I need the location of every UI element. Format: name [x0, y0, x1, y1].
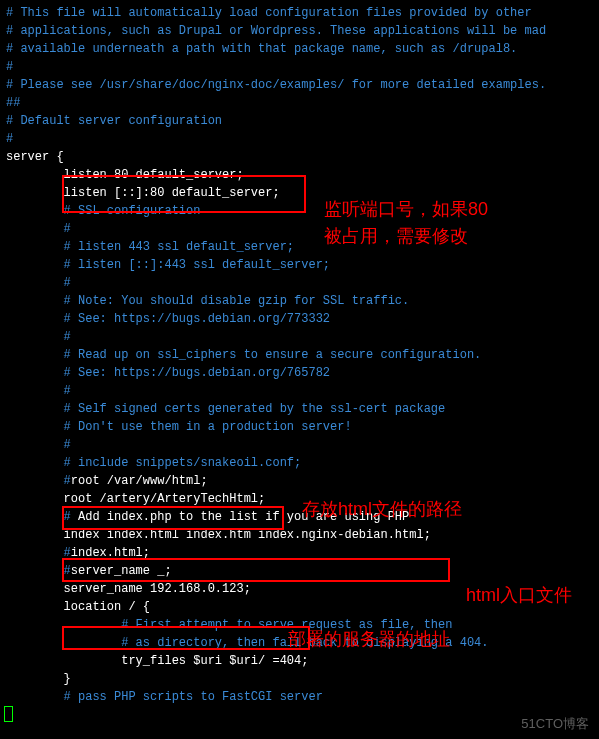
comment-line: #	[6, 220, 593, 238]
highlight-root	[62, 506, 284, 530]
comment-line: #	[6, 274, 593, 292]
annotation-index: html入口文件	[466, 582, 599, 609]
comment-line: # See: https://bugs.debian.org/773332	[6, 310, 593, 328]
comment-line: ##	[6, 94, 593, 112]
comment-line: #	[6, 328, 593, 346]
comment-line: #	[6, 382, 593, 400]
highlight-servername	[62, 626, 310, 650]
location-close: }	[6, 670, 593, 688]
comment-line: # Note: You should disable gzip for SSL …	[6, 292, 593, 310]
comment-line: #	[6, 436, 593, 454]
comment-line: # listen 443 ssl default_server;	[6, 238, 593, 256]
annotation-listen: 监听端口号，如果80被占用，需要修改	[324, 196, 504, 250]
comment-line: # pass PHP scripts to FastCGI server	[6, 688, 593, 706]
comment-line: #	[6, 130, 593, 148]
highlight-index	[62, 558, 450, 582]
watermark: 51CTO博客	[521, 714, 589, 734]
comment-line: # Default server configuration	[6, 112, 593, 130]
comment-line: # Please see /usr/share/doc/nginx-doc/ex…	[6, 76, 593, 94]
comment-line: # Read up on ssl_ciphers to ensure a sec…	[6, 346, 593, 364]
annotation-servername: 部署的服务器的地址	[288, 626, 508, 653]
terminal-cursor	[4, 706, 13, 722]
comment-line: # listen [::]:443 ssl default_server;	[6, 256, 593, 274]
comment-line: # Self signed certs generated by the ssl…	[6, 400, 593, 418]
highlight-listen	[62, 175, 306, 213]
comment-line: #	[6, 58, 593, 76]
annotation-root: 存放html文件的路径	[302, 496, 482, 523]
comment-line: # See: https://bugs.debian.org/765782	[6, 364, 593, 382]
comment-line: # include snippets/snakeoil.conf;	[6, 454, 593, 472]
server-open: server {	[6, 148, 593, 166]
comment-line: # Don't use them in a production server!	[6, 418, 593, 436]
comment-line: # This file will automatically load conf…	[6, 4, 593, 22]
tryfiles-directive: try_files $uri $uri/ =404;	[6, 652, 593, 670]
comment-line: # applications, such as Drupal or Wordpr…	[6, 22, 593, 40]
commented-root: #root /var/www/html;	[6, 472, 593, 490]
comment-line: # available underneath a path with that …	[6, 40, 593, 58]
